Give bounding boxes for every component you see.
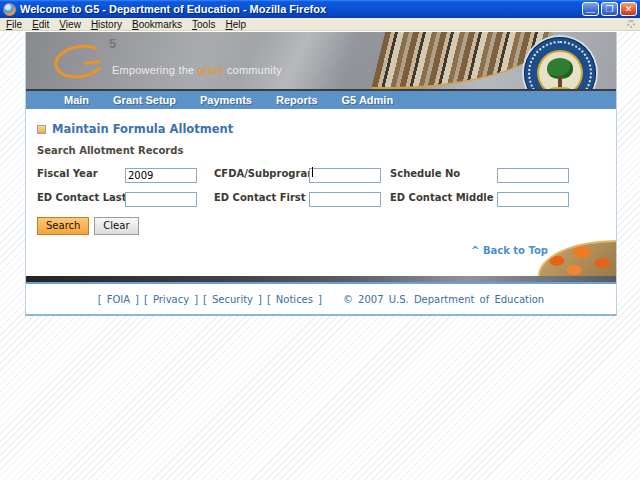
browser-window: Welcome to G5 - Department of Education … bbox=[0, 0, 640, 480]
throbber-icon bbox=[627, 20, 635, 28]
footer-link-security[interactable]: Security bbox=[212, 294, 253, 305]
section-title: Search Allotment Records bbox=[26, 136, 616, 156]
cfda-subprogram-label: CFDA/Subprogram bbox=[203, 168, 309, 179]
main-nav: Main Grant Setup Payments Reports G5 Adm… bbox=[26, 89, 616, 109]
fiscal-year-label: Fiscal Year bbox=[37, 168, 125, 179]
menu-help[interactable]: Help bbox=[225, 19, 246, 30]
ed-contact-last-name-label: ED Contact Last Name bbox=[37, 192, 125, 203]
clear-button[interactable]: Clear bbox=[94, 217, 138, 235]
nav-g5-admin[interactable]: G5 Admin bbox=[342, 94, 394, 106]
footer: [ FOIA ] [ Privacy ] [ Security ] [ Noti… bbox=[26, 284, 616, 314]
page-container: 5 Empowering the grant community. Main G… bbox=[25, 32, 617, 316]
footer-link-foia[interactable]: FOIA bbox=[107, 294, 130, 305]
minimize-button[interactable]: — bbox=[582, 2, 599, 16]
firefox-icon bbox=[3, 3, 16, 16]
ed-contact-middle-initial-label: ED Contact Middle Initial bbox=[379, 192, 497, 203]
footer-link-privacy[interactable]: Privacy bbox=[153, 294, 189, 305]
menu-view[interactable]: View bbox=[59, 19, 81, 30]
fiscal-year-input[interactable] bbox=[125, 168, 197, 183]
close-button[interactable]: ✕ bbox=[620, 2, 637, 16]
menu-history[interactable]: History bbox=[91, 19, 122, 30]
header-banner: 5 Empowering the grant community. bbox=[26, 32, 616, 89]
title-bar[interactable]: Welcome to G5 - Department of Education … bbox=[0, 0, 640, 18]
nav-main[interactable]: Main bbox=[64, 94, 89, 106]
footer-link-notices[interactable]: Notices bbox=[276, 294, 313, 305]
page-title: Maintain Formula Allotment bbox=[52, 122, 233, 136]
tagline-highlight: grant bbox=[198, 64, 224, 76]
window-title: Welcome to G5 - Department of Education … bbox=[20, 3, 582, 15]
copyright-text: © 2007 U.S. Department of Education bbox=[343, 294, 544, 305]
ed-contact-first-name-label: ED Contact First Name bbox=[203, 192, 309, 203]
search-form: Fiscal Year CFDA/Subprogram Schedule No … bbox=[26, 156, 616, 207]
ed-contact-middle-initial-input[interactable] bbox=[497, 192, 569, 207]
text-caret bbox=[312, 167, 313, 177]
page-title-bullet-icon bbox=[37, 125, 46, 134]
ed-contact-first-name-input[interactable] bbox=[309, 192, 381, 207]
schedule-no-label: Schedule No bbox=[379, 168, 497, 179]
nav-payments[interactable]: Payments bbox=[200, 94, 252, 106]
nav-grant-setup[interactable]: Grant Setup bbox=[113, 94, 176, 106]
bottom-divider-band bbox=[26, 276, 616, 284]
back-to-top-link[interactable]: ^ Back to Top bbox=[471, 245, 548, 256]
nav-reports[interactable]: Reports bbox=[276, 94, 318, 106]
search-button[interactable]: Search bbox=[37, 217, 89, 235]
menu-tools[interactable]: Tools bbox=[192, 19, 215, 30]
page-background: 5 Empowering the grant community. Main G… bbox=[0, 32, 640, 480]
classroom-chairs-image bbox=[538, 240, 616, 276]
tagline: Empowering the grant community. bbox=[112, 64, 284, 76]
maximize-button[interactable]: ❐ bbox=[601, 2, 618, 16]
menu-file[interactable]: File bbox=[6, 19, 22, 30]
menu-bookmarks[interactable]: Bookmarks bbox=[132, 19, 182, 30]
menu-bar: File Edit View History Bookmarks Tools H… bbox=[0, 18, 640, 31]
menu-edit[interactable]: Edit bbox=[32, 19, 49, 30]
cfda-subprogram-input[interactable] bbox=[309, 168, 381, 183]
g5-logo-5: 5 bbox=[109, 36, 116, 51]
main-content: Maintain Formula Allotment Search Allotm… bbox=[26, 109, 616, 276]
schedule-no-input[interactable] bbox=[497, 168, 569, 183]
ed-contact-last-name-input[interactable] bbox=[125, 192, 197, 207]
